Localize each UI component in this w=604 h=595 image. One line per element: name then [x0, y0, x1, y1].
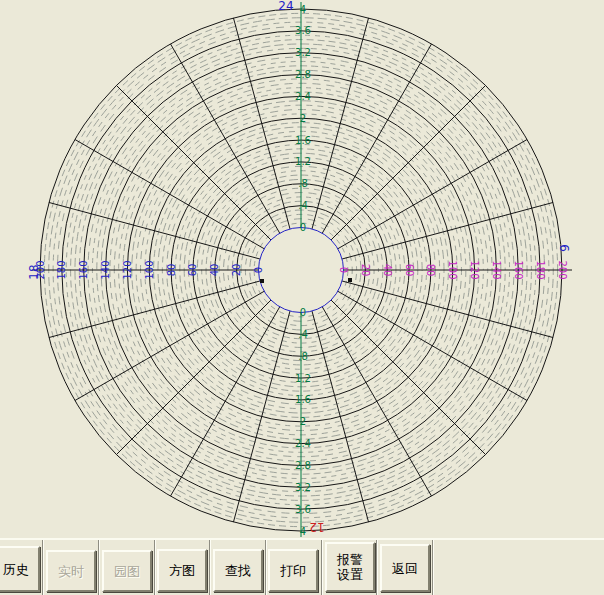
scale-label: 2.8: [295, 460, 311, 471]
button-label-row: 打印: [280, 563, 306, 578]
scale-label: 180: [56, 260, 67, 279]
scale-label: 160: [78, 260, 89, 279]
pen-marker-left: [260, 279, 264, 283]
scale-label: 2.8: [295, 69, 311, 80]
scale-label: 2.4: [295, 438, 311, 449]
button-label-row: 园图: [114, 564, 140, 579]
scale-label: 4: [300, 526, 306, 537]
scale-label: 2: [300, 416, 306, 427]
scale-label: 20: [231, 264, 242, 277]
scale-label: 20: [360, 264, 371, 277]
scale-label: 160: [513, 260, 524, 279]
button-label: 打印: [280, 563, 306, 578]
hour-label-24: 24: [278, 0, 293, 13]
scale-label: 3.6: [295, 25, 311, 36]
scale-label: 0: [300, 222, 306, 233]
scale-label: 120: [469, 260, 480, 279]
scale-label: 120: [122, 260, 133, 279]
toolbar-divider: [321, 540, 323, 595]
spoke: [116, 85, 271, 240]
button-label: 园图: [114, 564, 140, 579]
scale-label: 0: [253, 267, 264, 273]
scale-label: 1.6: [295, 135, 311, 146]
scale-label: 80: [166, 264, 177, 277]
button-label: 实时: [58, 564, 84, 579]
hour-label-18: 18: [27, 264, 41, 279]
scale-label: 100: [144, 260, 155, 279]
app-screen: 0.4.81.21.622.42.83.23.640.4.81.21.622.4…: [0, 0, 604, 595]
toolbar-button-circle-chart[interactable]: 园图: [102, 550, 152, 592]
hour-label-6: 6: [557, 244, 571, 252]
hour-label-12: 12: [309, 520, 324, 534]
scale-label: 80: [425, 264, 436, 277]
pen-marker-right: [348, 278, 352, 282]
scale-label: 0: [300, 307, 306, 318]
button-label: 返回: [392, 561, 418, 576]
toolbar-button-back[interactable]: 返回: [380, 544, 430, 592]
scale-label: 100: [447, 260, 458, 279]
toolbar-divider: [154, 540, 156, 595]
toolbar-button-square-chart[interactable]: 方图: [157, 549, 207, 592]
toolbar-divider: [376, 540, 378, 595]
toolbar-divider: [265, 540, 267, 595]
scale-label: 3.6: [295, 504, 311, 515]
scale-label: .8: [298, 178, 308, 189]
button-label-row: -历史: [0, 562, 29, 577]
button-label: 历史: [3, 562, 29, 577]
button-label-line: 报警: [337, 552, 363, 567]
scale-label: .8: [298, 351, 308, 362]
scale-label: 4: [300, 4, 306, 15]
scale-label: 180: [535, 260, 546, 279]
toolbar-divider: [98, 540, 100, 595]
circular-chart: 0.4.81.21.622.42.83.23.640.4.81.21.622.4…: [0, 0, 604, 538]
button-label: 方图: [169, 563, 195, 578]
scale-label: 140: [100, 260, 111, 279]
toolbar-button-alarm-settings[interactable]: 报警设置: [325, 542, 375, 592]
button-label: 查找: [225, 563, 251, 578]
scale-label: 60: [404, 264, 415, 277]
scale-label: 3.2: [295, 47, 311, 58]
scale-label: .4: [298, 329, 308, 340]
button-label-row: 返回: [392, 561, 418, 576]
button-label-row: 查找: [225, 563, 251, 578]
spoke: [331, 300, 486, 455]
scale-label: 140: [491, 260, 502, 279]
scale-label: 1.6: [295, 394, 311, 405]
spoke: [331, 85, 486, 240]
button-label-row: 实时: [58, 564, 84, 579]
polar-grid-svg: 0.4.81.21.622.42.83.23.640.4.81.21.622.4…: [0, 0, 604, 538]
scale-label: 3.2: [295, 482, 311, 493]
toolbar-button-history[interactable]: -历史: [0, 546, 40, 592]
spoke: [116, 300, 271, 455]
toolbar-divider: [42, 540, 44, 595]
scale-label: 200: [557, 260, 568, 279]
toolbar: -历史实时园图方图查找打印报警设置返回: [0, 538, 604, 595]
scale-label: 60: [187, 264, 198, 277]
scale-label: 40: [209, 264, 220, 277]
scale-label: .4: [298, 200, 308, 211]
scale-label: 2.4: [295, 91, 311, 102]
toolbar-button-find[interactable]: 查找: [213, 549, 263, 592]
button-label-line: 设置: [337, 567, 363, 582]
inner-circle: [259, 228, 344, 313]
button-label-row: 方图: [169, 563, 195, 578]
toolbar-button-print[interactable]: 打印: [268, 549, 318, 592]
scale-label: 1.2: [295, 156, 311, 167]
toolbar-divider: [209, 540, 211, 595]
scale-label: 2: [300, 113, 306, 124]
toolbar-divider: [432, 540, 434, 595]
scale-label: 0: [338, 267, 349, 273]
toolbar-button-realtime[interactable]: 实时: [46, 550, 96, 592]
scale-label: 1.2: [295, 373, 311, 384]
scale-label: 40: [382, 264, 393, 277]
